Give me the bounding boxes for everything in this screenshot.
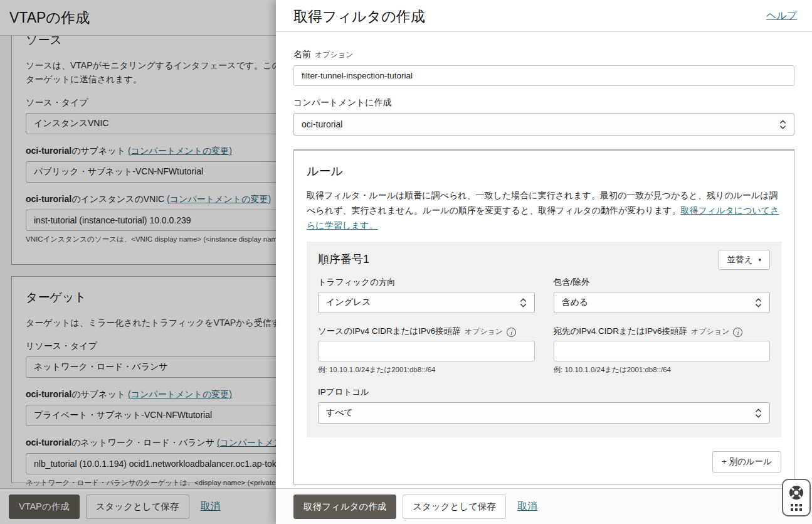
create-capture-filter-panel: 取得フィルタの作成 ヘルプ 名前オプション コンパートメントに作成 oci-tu… bbox=[276, 0, 812, 524]
screen: ソース ソースは、VTAPがモニタリングするインタフェースです。この ターゲット… bbox=[0, 0, 812, 524]
name-input[interactable] bbox=[293, 65, 794, 86]
caret-down-icon: ▾ bbox=[758, 257, 761, 263]
chevron-updown-icon bbox=[779, 119, 786, 130]
compartment-select[interactable]: oci-turorial bbox=[293, 113, 794, 136]
source-cidr-label: ソースのIPv4 CIDRまたはIPv6接頭辞オプションi bbox=[318, 326, 535, 337]
include-exclude-label: 包含/除外 bbox=[554, 277, 771, 288]
info-icon[interactable]: i bbox=[507, 328, 516, 337]
info-icon[interactable]: i bbox=[733, 328, 742, 337]
floating-help-widget[interactable] bbox=[782, 479, 811, 516]
destination-cidr-label: 宛先のIPv4 CIDRまたはIPv6接頭辞オプションi bbox=[554, 326, 771, 337]
capture-filter-footer: 取得フィルタの作成 スタックとして保存 取消 bbox=[276, 488, 812, 524]
create-vtap-panel: ソース ソースは、VTAPがモニタリングするインタフェースです。この ターゲット… bbox=[0, 0, 276, 524]
capture-filter-body: 名前オプション コンパートメントに作成 oci-turorial ルール 取得フ… bbox=[276, 32, 812, 488]
ip-protocol-label: IPプロトコル bbox=[318, 387, 770, 398]
include-exclude-select[interactable]: 含める bbox=[554, 292, 771, 313]
life-ring-help-icon[interactable] bbox=[789, 485, 804, 500]
chevron-updown-icon bbox=[755, 408, 762, 419]
name-label: 名前 bbox=[293, 49, 311, 59]
capture-filter-header: 取得フィルタの作成 ヘルプ bbox=[276, 0, 812, 32]
destination-cidr-input[interactable] bbox=[554, 341, 771, 361]
modal-dim-overlay bbox=[0, 0, 276, 524]
add-another-rule-button[interactable]: + 別のルール bbox=[712, 451, 781, 473]
save-as-stack-button[interactable]: スタックとして保存 bbox=[403, 495, 506, 519]
chevron-updown-icon bbox=[520, 297, 527, 308]
help-link[interactable]: ヘルプ bbox=[766, 9, 797, 23]
rule-card: 順序番号1 並替え ▾ トラフィックの方向 イングレス bbox=[307, 242, 781, 437]
compartment-label: コンパートメントに作成 bbox=[293, 97, 392, 107]
source-cidr-input[interactable] bbox=[318, 341, 535, 361]
reorder-button[interactable]: 並替え ▾ bbox=[719, 250, 770, 270]
destination-cidr-hint: 例: 10.10.1.0/24または2001:db8::/64 bbox=[554, 365, 771, 375]
capture-filter-title: 取得フィルタの作成 bbox=[293, 7, 794, 26]
rules-description: 取得フィルタ・ルールは順番に調べられ、一致した場合に実行されます。最初の一致が見… bbox=[307, 188, 781, 233]
rules-heading: ルール bbox=[307, 163, 781, 179]
create-capture-filter-button[interactable]: 取得フィルタの作成 bbox=[293, 495, 396, 519]
cancel-link[interactable]: 取消 bbox=[517, 500, 537, 513]
rules-section: ルール 取得フィルタ・ルールは順番に調べられ、一致した場合に実行されます。最初の… bbox=[293, 149, 794, 484]
apps-grid-icon[interactable] bbox=[791, 504, 802, 511]
source-cidr-hint: 例: 10.10.1.0/24または2001:db8::/64 bbox=[318, 365, 535, 375]
traffic-direction-label: トラフィックの方向 bbox=[318, 277, 535, 288]
ip-protocol-select[interactable]: すべて bbox=[318, 402, 770, 424]
chevron-updown-icon bbox=[755, 297, 762, 308]
traffic-direction-select[interactable]: イングレス bbox=[318, 292, 535, 313]
rule-order-heading: 順序番号1 bbox=[318, 252, 770, 267]
name-optional-label: オプション bbox=[315, 50, 353, 59]
